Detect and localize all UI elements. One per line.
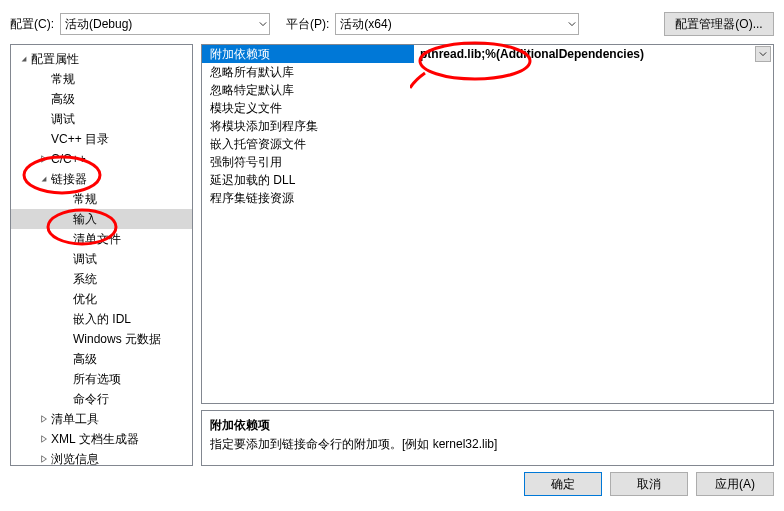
- tree-item-label: 高级: [51, 91, 75, 108]
- tree-expand-icon[interactable]: [39, 412, 49, 426]
- property-value[interactable]: pthread.lib;%(AdditionalDependencies): [414, 45, 773, 63]
- tree-item-label: 嵌入的 IDL: [73, 311, 131, 328]
- tree-item[interactable]: 常规: [11, 189, 192, 209]
- apply-button-label: 应用(A): [715, 476, 755, 493]
- property-value[interactable]: [414, 63, 773, 81]
- tree-item[interactable]: Windows 元数据: [11, 329, 192, 349]
- tree-item[interactable]: 调试: [11, 249, 192, 269]
- tree-item[interactable]: 命令行: [11, 389, 192, 409]
- platform-label: 平台(P):: [286, 16, 329, 33]
- tree-item[interactable]: C/C++: [11, 149, 192, 169]
- description-text: 指定要添加到链接命令行的附加项。[例如 kernel32.lib]: [210, 436, 765, 453]
- chevron-down-icon: [759, 50, 767, 58]
- tree-item[interactable]: 配置属性: [11, 49, 192, 69]
- tree-item-label: 高级: [73, 351, 97, 368]
- tree-item[interactable]: 嵌入的 IDL: [11, 309, 192, 329]
- property-row[interactable]: 嵌入托管资源文件: [202, 135, 773, 153]
- tree-item[interactable]: 调试: [11, 109, 192, 129]
- tree-item[interactable]: 清单文件: [11, 229, 192, 249]
- config-label: 配置(C):: [10, 16, 54, 33]
- tree-item[interactable]: 输入: [11, 209, 192, 229]
- config-manager-button-label: 配置管理器(O)...: [675, 16, 762, 33]
- tree-item-label: 浏览信息: [51, 451, 99, 467]
- property-value[interactable]: [414, 117, 773, 135]
- tree-item[interactable]: 系统: [11, 269, 192, 289]
- tree-item[interactable]: 常规: [11, 69, 192, 89]
- tree-item-label: 常规: [73, 191, 97, 208]
- property-label: 强制符号引用: [202, 153, 414, 171]
- property-row[interactable]: 将模块添加到程序集: [202, 117, 773, 135]
- tree-item-label: 优化: [73, 291, 97, 308]
- tree-item-label: 命令行: [73, 391, 109, 408]
- cancel-button[interactable]: 取消: [610, 472, 688, 496]
- platform-dropdown[interactable]: 活动(x64): [335, 13, 579, 35]
- tree-item[interactable]: 浏览信息: [11, 449, 192, 466]
- tree-item[interactable]: 清单工具: [11, 409, 192, 429]
- tree-item-label: 配置属性: [31, 51, 79, 68]
- tree-item-label: 调试: [73, 251, 97, 268]
- property-value[interactable]: [414, 153, 773, 171]
- chevron-down-icon: [259, 17, 267, 31]
- tree-item[interactable]: 优化: [11, 289, 192, 309]
- tree-item-label: XML 文档生成器: [51, 431, 139, 448]
- cancel-button-label: 取消: [637, 476, 661, 493]
- config-manager-button[interactable]: 配置管理器(O)...: [664, 12, 774, 36]
- tree-item-label: 调试: [51, 111, 75, 128]
- tree-expand-icon[interactable]: [39, 452, 49, 466]
- tree-item-label: 清单文件: [73, 231, 121, 248]
- tree-item-label: Windows 元数据: [73, 331, 161, 348]
- property-value[interactable]: [414, 135, 773, 153]
- tree-collapse-icon[interactable]: [39, 172, 49, 186]
- property-row[interactable]: 强制符号引用: [202, 153, 773, 171]
- tree-item-label: C/C++: [51, 152, 86, 166]
- tree-item[interactable]: XML 文档生成器: [11, 429, 192, 449]
- property-row[interactable]: 忽略特定默认库: [202, 81, 773, 99]
- tree-item-label: 常规: [51, 71, 75, 88]
- tree-item-label: 系统: [73, 271, 97, 288]
- ok-button-label: 确定: [551, 476, 575, 493]
- tree-item[interactable]: VC++ 目录: [11, 129, 192, 149]
- property-value[interactable]: [414, 171, 773, 189]
- tree-item[interactable]: 高级: [11, 89, 192, 109]
- property-value-text: pthread.lib;%(AdditionalDependencies): [420, 47, 644, 61]
- property-row[interactable]: 忽略所有默认库: [202, 63, 773, 81]
- tree-item[interactable]: 高级: [11, 349, 192, 369]
- property-value-dropdown-button[interactable]: [755, 46, 771, 62]
- property-value[interactable]: [414, 99, 773, 117]
- property-label: 忽略特定默认库: [202, 81, 414, 99]
- property-label: 附加依赖项: [202, 45, 414, 63]
- config-dropdown-value: 活动(Debug): [65, 16, 132, 33]
- tree-expand-icon[interactable]: [39, 432, 49, 446]
- tree-item-label: 清单工具: [51, 411, 99, 428]
- property-grid: 附加依赖项pthread.lib;%(AdditionalDependencie…: [201, 44, 774, 404]
- property-row[interactable]: 模块定义文件: [202, 99, 773, 117]
- property-label: 模块定义文件: [202, 99, 414, 117]
- property-row[interactable]: 程序集链接资源: [202, 189, 773, 207]
- config-dropdown[interactable]: 活动(Debug): [60, 13, 270, 35]
- tree-item-label: 所有选项: [73, 371, 121, 388]
- tree-panel: 配置属性常规高级调试VC++ 目录C/C++链接器常规输入清单文件调试系统优化嵌…: [10, 44, 193, 466]
- property-value[interactable]: [414, 81, 773, 99]
- platform-dropdown-value: 活动(x64): [340, 16, 391, 33]
- chevron-down-icon: [568, 17, 576, 31]
- tree-item-label: 输入: [73, 211, 97, 228]
- description-title: 附加依赖项: [210, 417, 765, 434]
- property-label: 程序集链接资源: [202, 189, 414, 207]
- tree-collapse-icon[interactable]: [19, 52, 29, 66]
- tree-item-label: VC++ 目录: [51, 131, 109, 148]
- property-row[interactable]: 附加依赖项pthread.lib;%(AdditionalDependencie…: [202, 45, 773, 63]
- ok-button[interactable]: 确定: [524, 472, 602, 496]
- tree-item[interactable]: 链接器: [11, 169, 192, 189]
- property-label: 延迟加载的 DLL: [202, 171, 414, 189]
- property-label: 嵌入托管资源文件: [202, 135, 414, 153]
- property-value[interactable]: [414, 189, 773, 207]
- description-panel: 附加依赖项 指定要添加到链接命令行的附加项。[例如 kernel32.lib]: [201, 410, 774, 466]
- property-label: 将模块添加到程序集: [202, 117, 414, 135]
- property-row[interactable]: 延迟加载的 DLL: [202, 171, 773, 189]
- tree-item-label: 链接器: [51, 171, 87, 188]
- tree-expand-icon[interactable]: [39, 152, 49, 166]
- apply-button[interactable]: 应用(A): [696, 472, 774, 496]
- tree-item[interactable]: 所有选项: [11, 369, 192, 389]
- property-label: 忽略所有默认库: [202, 63, 414, 81]
